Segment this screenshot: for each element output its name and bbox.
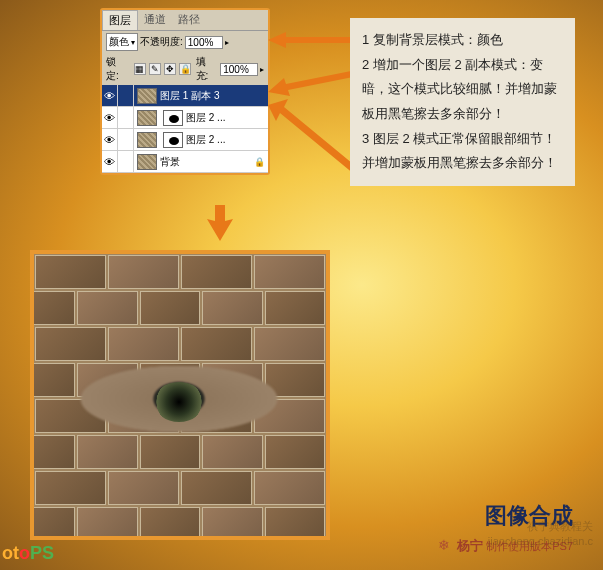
visibility-icon[interactable]: 👁 [102, 107, 118, 129]
lock-icons: ▦ ✎ ✥ 🔒 [131, 63, 194, 75]
composite-preview [30, 250, 330, 540]
svg-marker-3 [207, 205, 233, 241]
link-cell[interactable] [118, 107, 134, 129]
layer-name: 图层 2 ... [186, 111, 268, 125]
panel-tabs: 图层 通道 路径 [102, 10, 268, 31]
blend-mode-dropdown[interactable]: 颜色 ▾ [106, 33, 138, 51]
link-cell[interactable] [118, 151, 134, 173]
signature: 杨宁 [457, 538, 483, 553]
layer-row[interactable]: 👁 图层 2 ... [102, 107, 268, 129]
lock-move-icon[interactable]: ✥ [164, 63, 176, 75]
layer-list: 👁 图层 1 副本 3 👁 图层 2 ... 👁 图层 2 ... 👁 背景 🔒 [102, 85, 268, 173]
arrow-icon [268, 30, 358, 50]
logo-part: ot [2, 543, 19, 563]
layer-thumbnail [137, 132, 157, 148]
layer-mask [163, 110, 183, 126]
visibility-icon[interactable]: 👁 [102, 85, 118, 107]
watermark: 祺宁典教程关 jiaocheng.chazidian.c [488, 519, 593, 548]
arrow-down-icon [205, 205, 235, 245]
lock-icon: 🔒 [254, 157, 265, 167]
opacity-label: 不透明度: [140, 35, 183, 49]
layer-name: 图层 2 ... [186, 133, 268, 147]
fill-label: 填充: [196, 55, 219, 83]
lock-brush-icon[interactable]: ✎ [149, 63, 161, 75]
lock-label: 锁定: [106, 55, 129, 83]
layer-thumbnail [137, 154, 157, 170]
lock-all-icon[interactable]: 🔒 [179, 63, 191, 75]
snowflake-icon: ❄ [438, 537, 450, 553]
logo-part: PS [30, 543, 54, 563]
chevron-down-icon: ▾ [131, 38, 135, 47]
tab-layers[interactable]: 图层 [102, 10, 138, 30]
watermark-line: 祺宁典教程关 [488, 519, 593, 533]
layers-panel: 图层 通道 路径 颜色 ▾ 不透明度: 100% ▸ 锁定: ▦ ✎ ✥ 🔒 填… [100, 8, 270, 175]
instruction-line: 2 增加一个图层 2 副本模式：变暗，这个模式比较细腻！并增加蒙板用黑笔擦去多余… [362, 53, 563, 127]
layer-thumbnail [137, 88, 157, 104]
opacity-input[interactable]: 100% [185, 36, 223, 49]
svg-marker-1 [268, 70, 358, 96]
eye-pupil [154, 382, 204, 422]
visibility-icon[interactable]: 👁 [102, 151, 118, 173]
layer-name: 背景 [160, 155, 254, 169]
layer-mask [163, 132, 183, 148]
link-cell[interactable] [118, 129, 134, 151]
link-cell[interactable] [118, 85, 134, 107]
lock-row: 锁定: ▦ ✎ ✥ 🔒 填充: 100% ▸ [102, 53, 268, 85]
instructions-box: 1 复制背景层模式：颜色 2 增加一个图层 2 副本模式：变暗，这个模式比较细腻… [350, 18, 575, 186]
lock-transparency-icon[interactable]: ▦ [134, 63, 146, 75]
tab-channels[interactable]: 通道 [138, 10, 172, 30]
layer-row[interactable]: 👁 图层 2 ... [102, 129, 268, 151]
layer-row[interactable]: 👁 背景 🔒 [102, 151, 268, 173]
logo: otoPS [2, 543, 54, 564]
watermark-line: jiaocheng.chazidian.c [488, 534, 593, 548]
blend-row: 颜色 ▾ 不透明度: 100% ▸ [102, 31, 268, 53]
tab-paths[interactable]: 路径 [172, 10, 206, 30]
fill-input[interactable]: 100% [220, 63, 258, 76]
visibility-icon[interactable]: 👁 [102, 129, 118, 151]
instruction-line: 3 图层 2 模式正常保留眼部细节！并增加蒙板用黑笔擦去多余部分！ [362, 127, 563, 176]
layer-row[interactable]: 👁 图层 1 副本 3 [102, 85, 268, 107]
layer-thumbnail [137, 110, 157, 126]
svg-marker-0 [268, 32, 358, 48]
opacity-arrow-icon[interactable]: ▸ [225, 38, 229, 47]
layer-name: 图层 1 副本 3 [160, 89, 268, 103]
instruction-line: 1 复制背景层模式：颜色 [362, 28, 563, 53]
logo-part: o [19, 543, 30, 563]
fill-arrow-icon[interactable]: ▸ [260, 65, 264, 74]
blend-mode-label: 颜色 [109, 35, 129, 49]
